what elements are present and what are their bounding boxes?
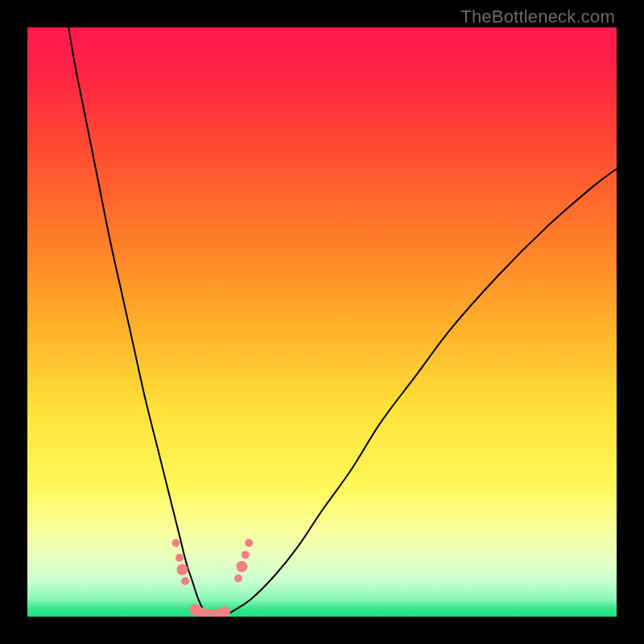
curve-bottleneck-curve (68, 27, 617, 617)
data-marker (234, 574, 242, 582)
marker-layer (171, 539, 253, 617)
data-marker (181, 577, 189, 585)
data-marker (245, 539, 253, 547)
data-marker (242, 551, 250, 559)
data-marker (177, 564, 188, 575)
chart-frame: TheBottleneck.com (0, 0, 644, 644)
data-marker (171, 539, 180, 547)
data-marker (219, 606, 230, 617)
data-marker (236, 561, 247, 572)
chart-svg (27, 27, 617, 617)
series-layer (68, 27, 617, 617)
watermark-label: TheBottleneck.com (460, 6, 615, 27)
data-marker (175, 554, 184, 562)
plot-area (27, 27, 617, 617)
